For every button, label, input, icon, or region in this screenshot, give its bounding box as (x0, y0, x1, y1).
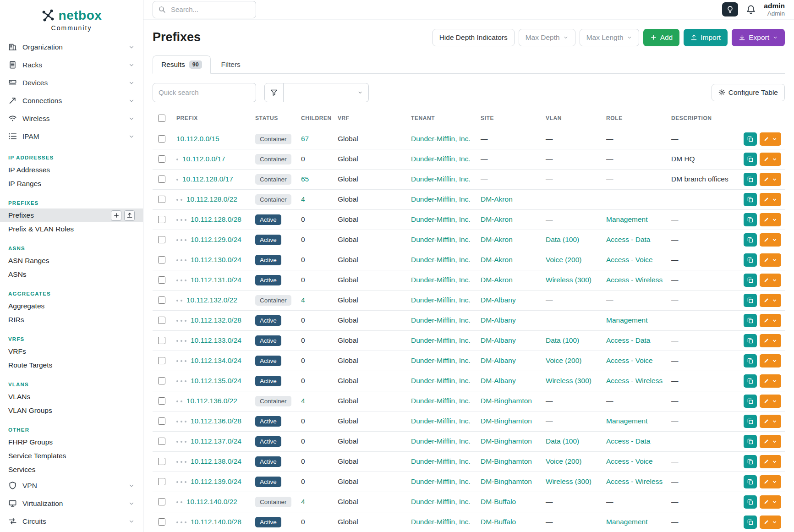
edit-button[interactable] (760, 415, 781, 428)
sidebar-item-vpn[interactable]: VPN (0, 477, 143, 494)
site-link[interactable]: DM-Albany (481, 377, 516, 384)
clone-button[interactable] (744, 173, 757, 186)
sidebar-item-ip-addresses[interactable]: IP Addresses (0, 163, 143, 177)
prefix-link[interactable]: 10.112.132.0/22 (186, 296, 237, 304)
edit-button[interactable] (760, 495, 781, 509)
site-link[interactable]: DM-Akron (481, 215, 513, 223)
site-link[interactable]: DM-Albany (481, 296, 516, 304)
tenant-link[interactable]: Dunder-Mifflin, Inc. (411, 296, 471, 304)
prefix-link[interactable]: 10.112.136.0/28 (191, 417, 241, 425)
sidebar-item-fhrp-groups[interactable]: FHRP Groups (0, 435, 143, 449)
role-link[interactable]: Management (606, 316, 647, 324)
prefix-link[interactable]: 10.112.139.0/24 (191, 477, 241, 485)
clone-button[interactable] (744, 213, 757, 226)
children-count-link[interactable]: 4 (301, 195, 305, 203)
site-link[interactable]: DM-Binghamton (481, 437, 532, 445)
edit-button[interactable] (760, 354, 781, 367)
tenant-link[interactable]: Dunder-Mifflin, Inc. (411, 236, 471, 243)
clone-button[interactable] (744, 374, 757, 388)
children-count-link[interactable]: 4 (301, 498, 305, 505)
export-button[interactable]: Export (732, 29, 785, 46)
row-select-checkbox[interactable] (158, 155, 165, 163)
row-select-checkbox[interactable] (158, 377, 165, 384)
role-link[interactable]: Access - Data (606, 336, 650, 344)
column-header-vrf[interactable]: VRF (334, 109, 407, 129)
clone-button[interactable] (744, 455, 757, 468)
prefix-link[interactable]: 10.112.128.0/28 (191, 215, 241, 223)
site-link[interactable]: DM-Binghamton (481, 397, 532, 405)
clone-button[interactable] (744, 153, 757, 166)
edit-button[interactable] (760, 475, 781, 488)
prefix-link[interactable]: 10.112.137.0/24 (191, 437, 241, 445)
sidebar-item-vlan-groups[interactable]: VLAN Groups (0, 404, 143, 417)
max-length-dropdown[interactable]: Max Length (580, 29, 639, 46)
vlan-link[interactable]: Voice (200) (546, 256, 581, 263)
site-link[interactable]: DM-Binghamton (481, 417, 532, 425)
tab-results[interactable]: Results90 (153, 55, 211, 74)
edit-button[interactable] (760, 253, 781, 267)
tenant-link[interactable]: Dunder-Mifflin, Inc. (411, 155, 471, 163)
tenant-link[interactable]: Dunder-Mifflin, Inc. (411, 377, 471, 384)
clone-button[interactable] (744, 253, 757, 267)
row-select-checkbox[interactable] (158, 357, 165, 364)
row-select-checkbox[interactable] (158, 397, 165, 405)
sidebar-item-connections[interactable]: Connections (0, 92, 143, 110)
sidebar-item-devices[interactable]: Devices (0, 74, 143, 92)
row-select-checkbox[interactable] (158, 236, 165, 243)
quick-search-input[interactable] (153, 83, 256, 102)
tenant-link[interactable]: Dunder-Mifflin, Inc. (411, 457, 471, 465)
prefix-link[interactable]: 10.112.138.0/24 (191, 457, 241, 465)
row-select-checkbox[interactable] (158, 216, 165, 223)
tenant-link[interactable]: Dunder-Mifflin, Inc. (411, 518, 471, 526)
site-link[interactable]: DM-Akron (481, 276, 513, 284)
sidebar-item-wireless[interactable]: Wireless (0, 110, 143, 127)
prefix-link[interactable]: 10.112.133.0/24 (191, 336, 241, 344)
row-select-checkbox[interactable] (158, 196, 165, 203)
site-link[interactable]: DM-Albany (481, 356, 516, 364)
site-link[interactable]: DM-Akron (481, 236, 513, 243)
clone-button[interactable] (744, 294, 757, 307)
row-select-checkbox[interactable] (158, 518, 165, 526)
sidebar-item-services[interactable]: Services (0, 463, 143, 477)
column-header-children[interactable]: CHILDREN (297, 109, 334, 129)
add-button[interactable]: Add (643, 29, 680, 46)
prefix-link[interactable]: 10.112.136.0/22 (186, 397, 237, 405)
site-link[interactable]: DM-Binghamton (481, 457, 532, 465)
role-link[interactable]: Access - Wireless (606, 477, 663, 485)
prefix-link[interactable]: 10.112.140.0/22 (186, 498, 237, 505)
sidebar-import-prefix-button[interactable] (124, 210, 135, 221)
role-link[interactable]: Management (606, 215, 647, 223)
tenant-link[interactable]: Dunder-Mifflin, Inc. (411, 437, 471, 445)
clone-button[interactable] (744, 495, 757, 509)
edit-button[interactable] (760, 173, 781, 186)
tenant-link[interactable]: Dunder-Mifflin, Inc. (411, 477, 471, 485)
vlan-link[interactable]: Data (100) (546, 336, 579, 344)
tenant-link[interactable]: Dunder-Mifflin, Inc. (411, 336, 471, 344)
row-select-checkbox[interactable] (158, 498, 165, 505)
children-count-link[interactable]: 67 (301, 135, 309, 143)
role-link[interactable]: Access - Voice (606, 356, 653, 364)
import-button[interactable]: Import (684, 29, 728, 46)
prefix-link[interactable]: 10.112.135.0/24 (191, 377, 241, 384)
clone-button[interactable] (744, 516, 757, 529)
role-link[interactable]: Access - Wireless (606, 276, 663, 284)
clone-button[interactable] (744, 415, 757, 428)
children-count-link[interactable]: 4 (301, 296, 305, 304)
tenant-link[interactable]: Dunder-Mifflin, Inc. (411, 417, 471, 425)
sidebar-item-circuits[interactable]: Circuits (0, 512, 143, 530)
prefix-link[interactable]: 10.112.129.0/24 (191, 236, 241, 243)
sidebar-item-vlans[interactable]: VLANs (0, 390, 143, 404)
tenant-link[interactable]: Dunder-Mifflin, Inc. (411, 316, 471, 324)
clone-button[interactable] (744, 395, 757, 408)
search-input[interactable] (170, 5, 251, 14)
configure-table-button[interactable]: Configure Table (712, 84, 785, 101)
tab-filters[interactable]: Filters (213, 55, 249, 74)
prefix-link[interactable]: 10.112.134.0/24 (191, 356, 241, 364)
sidebar-item-aggregates[interactable]: Aggregates (0, 299, 143, 313)
edit-button[interactable] (760, 455, 781, 468)
vlan-link[interactable]: Wireless (300) (546, 377, 591, 384)
row-select-checkbox[interactable] (158, 317, 165, 324)
max-depth-dropdown[interactable]: Max Depth (519, 29, 575, 46)
column-header-description[interactable]: DESCRIPTION (668, 109, 737, 129)
sidebar-item-asn-ranges[interactable]: ASN Ranges (0, 254, 143, 268)
